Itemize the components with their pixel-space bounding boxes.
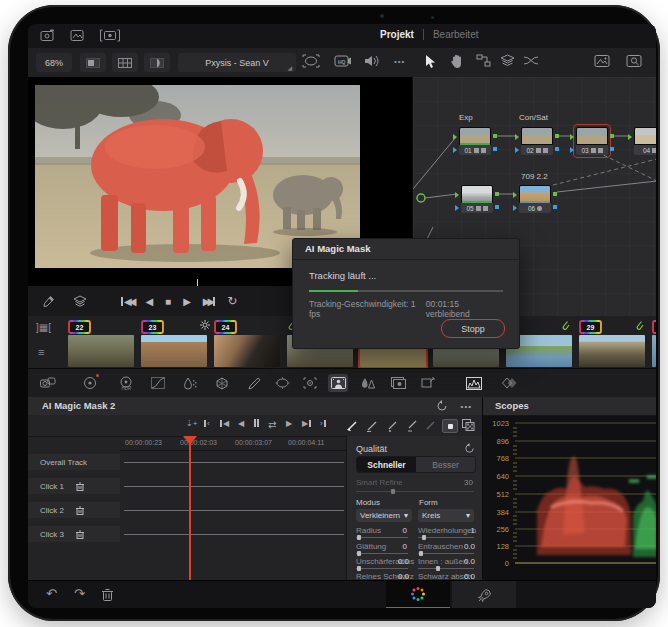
entrauschen-value[interactable]: 0.0	[459, 542, 475, 551]
radius-value[interactable]: 0	[393, 526, 407, 535]
node-link-icon[interactable]	[476, 54, 491, 67]
smart-refine-slider[interactable]	[356, 491, 474, 492]
ai-magic-mask-dialog[interactable]: AI Magic Mask Tracking läuft ... Trackin…	[292, 238, 520, 349]
node-01-output-port[interactable]	[493, 134, 497, 138]
picker-add-icon[interactable]	[346, 419, 359, 432]
color-page-tab[interactable]	[386, 581, 450, 608]
goto-mask-end-icon[interactable]: ›	[320, 419, 326, 428]
cursor-tool-icon[interactable]	[424, 54, 436, 69]
slider-knob[interactable]	[391, 489, 395, 494]
node-05-output-port[interactable]	[495, 192, 499, 196]
unschaerferadius-value[interactable]: 0.0	[393, 557, 409, 566]
first-frame-icon[interactable]: ◀	[220, 419, 229, 428]
node-05-input-port[interactable]	[455, 192, 459, 198]
stop-button[interactable]: ■	[165, 296, 171, 307]
skip-last-button[interactable]: ▶▶	[203, 296, 215, 307]
color-wheels-icon[interactable]	[80, 374, 100, 392]
undo-icon[interactable]: ↶	[46, 587, 57, 600]
node-05-mask-in-port[interactable]	[455, 205, 459, 211]
schwarz-absch-value[interactable]: 0.0	[459, 572, 475, 580]
mix-curves-icon[interactable]	[523, 54, 539, 67]
keyframe-still-icon[interactable]	[388, 374, 408, 392]
node-01-mask-in-port[interactable]	[453, 147, 457, 153]
wiederholungen-slider[interactable]	[418, 537, 474, 538]
panel-options-icon[interactable]: •••	[461, 402, 472, 411]
eyedropper-icon[interactable]	[42, 295, 55, 308]
view-split-button[interactable]	[144, 53, 170, 72]
blur-icon[interactable]	[358, 374, 378, 392]
track-row-click2[interactable]: Click 2	[28, 502, 120, 518]
curves-icon[interactable]	[148, 374, 168, 392]
pause-icon[interactable]	[254, 419, 259, 427]
stereo-3d-icon[interactable]	[500, 374, 520, 392]
stills-icon[interactable]	[70, 29, 85, 42]
sizing-icon[interactable]	[418, 374, 438, 392]
clip-thumbnail-23[interactable]	[141, 335, 207, 367]
scopes-header[interactable]: Scopes	[483, 397, 656, 416]
node-01-input-port[interactable]	[453, 134, 457, 140]
still-grab-icon[interactable]	[594, 54, 611, 68]
node-02[interactable]: 02	[521, 127, 553, 155]
scrub-playhead[interactable]	[197, 279, 198, 286]
clip-thumbnail-29[interactable]	[579, 335, 645, 367]
magic-mask-icon[interactable]	[328, 374, 348, 392]
last-frame-icon[interactable]: ▶	[302, 419, 311, 428]
stop-tracking-button[interactable]: Stopp	[441, 319, 505, 338]
clip-thumbnail-24[interactable]	[214, 335, 280, 367]
radius-slider[interactable]	[356, 537, 408, 538]
node-02-mask-in-port[interactable]	[515, 147, 519, 153]
quality-faster-option[interactable]: Schneller	[357, 457, 416, 472]
stroke-add-icon[interactable]	[386, 419, 399, 432]
node-05[interactable]: 05	[461, 185, 493, 213]
node-06[interactable]: 06	[519, 185, 551, 213]
speaker-icon[interactable]	[364, 54, 380, 68]
wipe-modes-icon[interactable]	[73, 295, 87, 307]
track-row-overall[interactable]: Overall Track	[28, 454, 120, 470]
play-forward-icon[interactable]: ▶	[286, 419, 292, 428]
reset-icon[interactable]	[436, 400, 448, 412]
innen-aussen-value[interactable]: 0.0	[459, 557, 475, 566]
hq-playback-icon[interactable]: HQ	[334, 54, 352, 68]
clips-icon[interactable]	[100, 29, 120, 42]
node-03-output-port[interactable]	[610, 134, 614, 138]
trash-icon[interactable]	[76, 482, 84, 491]
node-01[interactable]: 01	[459, 127, 491, 155]
eraser-icon[interactable]	[424, 419, 437, 432]
deliver-page-tab[interactable]	[452, 581, 516, 608]
view-single-button[interactable]	[80, 53, 106, 72]
hdr-wheels-icon[interactable]: HDR	[116, 374, 136, 392]
clip-thumbnail-30[interactable]	[652, 335, 656, 367]
play-reverse-icon[interactable]: ◀	[238, 419, 244, 428]
picker-subtract-icon[interactable]	[366, 419, 379, 432]
trash-icon[interactable]	[76, 530, 84, 539]
color-warper-icon[interactable]	[212, 374, 232, 392]
camera-raw-icon[interactable]	[38, 374, 58, 392]
node-03-input-port[interactable]	[570, 134, 574, 140]
glaettung-slider[interactable]	[356, 553, 408, 554]
track-row-click1[interactable]: Click 1	[28, 478, 120, 494]
view-grid-button[interactable]	[112, 53, 138, 72]
mask-timeline-ruler[interactable]: 00:00:00:23 00:00:02:03 00:00:03:07 00:0…	[120, 436, 346, 451]
node-06-output-port[interactable]	[553, 192, 557, 196]
track-row-click3[interactable]: Click 3	[28, 526, 120, 542]
zoom-level-dropdown[interactable]: 68%	[36, 53, 72, 72]
matte-view-icon[interactable]	[462, 419, 475, 431]
add-keyframe-icon[interactable]: ⇣+	[186, 419, 197, 428]
node-05-mask-out-port[interactable]	[495, 205, 499, 209]
node-02-output-port[interactable]	[555, 134, 559, 138]
node-06-mask-out-port[interactable]	[553, 205, 557, 209]
mask-overlay-toggle[interactable]	[442, 419, 458, 433]
mask-overlay-icon[interactable]	[302, 54, 320, 68]
node-03-mask-in-port[interactable]	[570, 147, 574, 153]
play-reverse-button[interactable]: ◀	[145, 296, 153, 307]
goto-mask-start-icon[interactable]: ‹	[204, 419, 210, 428]
node-04-input-port[interactable]	[628, 134, 632, 140]
settings-reset-icon[interactable]	[464, 443, 475, 454]
node-02-mask-out-port[interactable]	[555, 147, 559, 151]
quality-better-option[interactable]: Besser	[416, 457, 475, 472]
tab-bearbeitet[interactable]: Bearbeitet	[433, 29, 479, 40]
unschaerferadius-slider[interactable]	[356, 568, 408, 569]
timeline-view-icon[interactable]: ]▦[	[36, 322, 51, 333]
more-options-icon[interactable]: •••	[394, 57, 405, 66]
tracker-icon[interactable]	[300, 374, 320, 392]
